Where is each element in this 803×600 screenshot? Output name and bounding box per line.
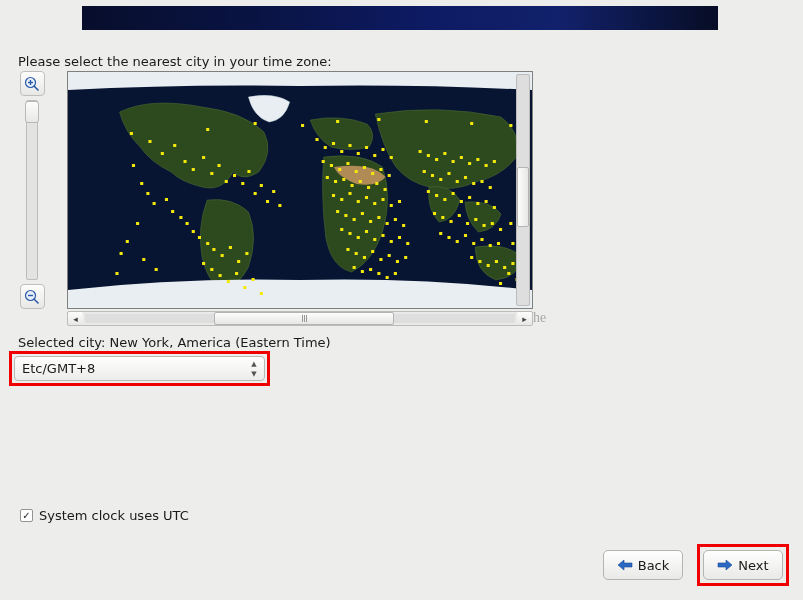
svg-rect-180 xyxy=(377,118,380,121)
svg-rect-82 xyxy=(357,200,360,203)
svg-rect-49 xyxy=(136,222,139,225)
svg-rect-136 xyxy=(472,182,475,185)
svg-rect-130 xyxy=(423,170,426,173)
scroll-right-button[interactable]: ▸ xyxy=(517,312,532,325)
svg-rect-78 xyxy=(384,188,387,191)
check-icon: ✓ xyxy=(22,511,30,521)
svg-rect-123 xyxy=(443,152,446,155)
svg-rect-13 xyxy=(210,172,213,175)
svg-rect-96 xyxy=(402,224,405,227)
svg-rect-80 xyxy=(340,198,343,201)
svg-rect-48 xyxy=(132,164,135,167)
svg-rect-101 xyxy=(373,238,376,241)
svg-rect-132 xyxy=(439,178,442,181)
svg-rect-166 xyxy=(478,260,481,263)
svg-rect-154 xyxy=(483,224,486,227)
zoom-slider-thumb[interactable] xyxy=(25,101,39,123)
svg-rect-20 xyxy=(260,184,263,187)
utc-checkbox[interactable]: ✓ xyxy=(20,509,33,522)
map-horizontal-scroll-thumb[interactable] xyxy=(214,312,394,325)
svg-rect-183 xyxy=(509,124,512,127)
svg-rect-103 xyxy=(390,240,393,243)
svg-rect-169 xyxy=(503,266,506,269)
svg-rect-76 xyxy=(367,186,370,189)
svg-rect-138 xyxy=(489,186,492,189)
svg-rect-94 xyxy=(386,222,389,225)
svg-rect-9 xyxy=(173,144,176,147)
svg-rect-54 xyxy=(332,142,335,145)
svg-rect-40 xyxy=(210,268,213,271)
world-map-canvas xyxy=(68,72,532,308)
svg-rect-159 xyxy=(456,240,459,243)
svg-rect-44 xyxy=(243,286,246,289)
svg-rect-157 xyxy=(439,232,442,235)
svg-rect-146 xyxy=(485,200,488,203)
scroll-left-button[interactable]: ◂ xyxy=(68,312,83,325)
nav-button-bar: Back Next xyxy=(603,544,789,586)
svg-rect-88 xyxy=(336,210,339,213)
svg-rect-104 xyxy=(398,236,401,239)
timezone-combobox[interactable]: Etc/GMT+8 ▲▼ xyxy=(14,356,265,381)
svg-rect-126 xyxy=(468,162,471,165)
utc-checkbox-row: ✓ System clock uses UTC xyxy=(20,508,189,523)
svg-rect-62 xyxy=(322,160,325,163)
map-vertical-scrollbar[interactable] xyxy=(516,74,530,306)
next-button-label: Next xyxy=(738,558,768,573)
svg-rect-128 xyxy=(485,164,488,167)
svg-rect-66 xyxy=(355,170,358,173)
svg-rect-108 xyxy=(363,256,366,259)
map-vertical-scroll-thumb[interactable] xyxy=(517,167,529,227)
svg-rect-92 xyxy=(369,220,372,223)
svg-rect-179 xyxy=(336,120,339,123)
svg-rect-119 xyxy=(394,272,397,275)
svg-rect-165 xyxy=(470,256,473,259)
svg-rect-14 xyxy=(218,164,221,167)
svg-rect-43 xyxy=(235,272,238,275)
zoom-slider-track[interactable] xyxy=(26,100,38,280)
svg-rect-72 xyxy=(334,180,337,183)
svg-rect-99 xyxy=(357,236,360,239)
map-horizontal-scrollbar[interactable]: ◂ ▸ xyxy=(67,311,533,326)
svg-rect-70 xyxy=(388,174,391,177)
zoom-out-button[interactable] xyxy=(20,284,45,309)
svg-rect-8 xyxy=(161,152,164,155)
svg-rect-18 xyxy=(247,170,250,173)
svg-rect-176 xyxy=(206,128,209,131)
svg-rect-142 xyxy=(452,192,455,195)
svg-rect-98 xyxy=(348,232,351,235)
svg-rect-37 xyxy=(237,260,240,263)
svg-rect-112 xyxy=(396,260,399,263)
svg-rect-185 xyxy=(126,240,129,243)
svg-rect-73 xyxy=(342,178,345,181)
svg-rect-33 xyxy=(206,242,209,245)
svg-rect-27 xyxy=(165,198,168,201)
svg-rect-111 xyxy=(388,254,391,257)
svg-rect-100 xyxy=(365,230,368,233)
svg-rect-17 xyxy=(241,182,244,185)
svg-rect-122 xyxy=(435,158,438,161)
svg-rect-120 xyxy=(419,150,422,153)
svg-rect-151 xyxy=(458,214,461,217)
world-map[interactable] xyxy=(67,71,533,309)
svg-rect-139 xyxy=(427,190,430,193)
svg-rect-7 xyxy=(148,140,151,143)
svg-rect-42 xyxy=(227,280,230,283)
svg-rect-30 xyxy=(186,222,189,225)
svg-rect-109 xyxy=(371,250,374,253)
svg-rect-125 xyxy=(460,156,463,159)
svg-rect-46 xyxy=(260,292,263,295)
svg-rect-74 xyxy=(351,184,354,187)
svg-line-1 xyxy=(34,86,38,90)
svg-rect-135 xyxy=(464,176,467,179)
svg-rect-56 xyxy=(348,144,351,147)
back-button[interactable]: Back xyxy=(603,550,683,580)
svg-rect-60 xyxy=(381,148,384,151)
svg-rect-64 xyxy=(338,168,341,171)
svg-rect-160 xyxy=(464,234,467,237)
svg-rect-31 xyxy=(192,230,195,233)
next-button[interactable]: Next xyxy=(703,550,783,580)
svg-rect-79 xyxy=(332,194,335,197)
map-horizontal-scroll-track[interactable] xyxy=(85,314,515,323)
zoom-in-button[interactable] xyxy=(20,71,45,96)
svg-rect-55 xyxy=(340,150,343,153)
